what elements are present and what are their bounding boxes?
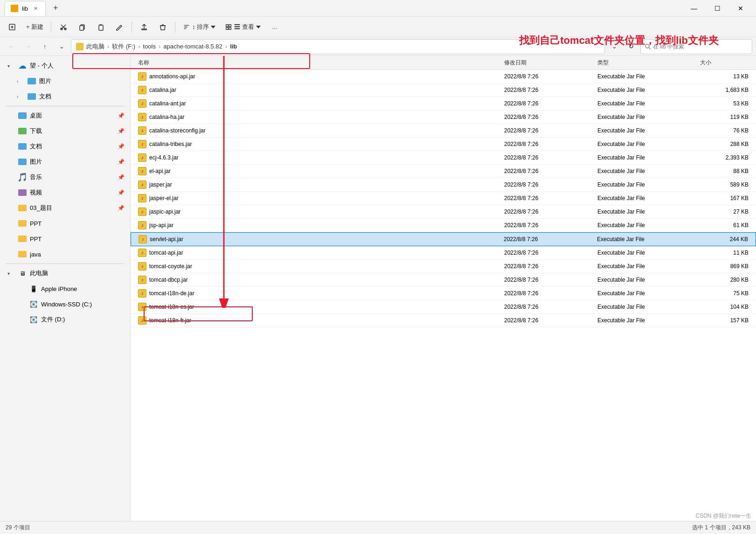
crumb-drive[interactable]: 软件 (F:)	[112, 42, 135, 51]
svg-rect-6	[80, 26, 83, 30]
new-tab-button[interactable]: +	[49, 3, 62, 13]
sidebar-item-thispc[interactable]: ▾ 🖥 此电脑	[2, 266, 128, 281]
table-row[interactable]: J catalina-ant.jar 2022/8/8 7:26 Executa…	[131, 97, 756, 111]
forward-button[interactable]: →	[21, 39, 35, 54]
table-row[interactable]: J servlet-api.jar 2022/8/8 7:26 Executab…	[131, 232, 756, 246]
refresh-button[interactable]: ↻	[624, 39, 638, 54]
back-button[interactable]: ←	[4, 39, 19, 54]
drive-c-icon: 💽	[29, 299, 38, 309]
jar-icon: J	[138, 276, 146, 284]
table-row[interactable]: J annotations-api.jar 2022/8/8 7:26 Exec…	[131, 70, 756, 83]
sidebar-item-drive-d[interactable]: 💽 文件 (D:)	[2, 312, 128, 327]
copy-button[interactable]	[74, 19, 90, 35]
header-date[interactable]: 修改日期	[500, 56, 594, 69]
tab-lib[interactable]: lib ✕	[5, 1, 46, 16]
pin-icon: 📌	[118, 189, 125, 196]
sidebar-item-docs-2[interactable]: 文档 📌	[2, 139, 128, 154]
file-date: 2022/8/8 7:26	[500, 220, 594, 231]
sidebar-item-03[interactable]: 03_题目 📌	[2, 201, 128, 215]
jar-icon: J	[138, 316, 146, 325]
sidebar-item-cloud[interactable]: ▾ ☁ 望 - 个人	[2, 58, 128, 73]
more-button[interactable]: ...	[266, 19, 283, 35]
sidebar-item-java[interactable]: java	[2, 247, 128, 262]
file-name: J tomcat-coyote.jar	[134, 260, 500, 273]
new-label[interactable]: + 新建	[22, 19, 47, 35]
maximize-button[interactable]: ☐	[707, 2, 728, 15]
sidebar-item-desktop[interactable]: 桌面 📌	[2, 108, 128, 123]
crumb-tools[interactable]: tools	[143, 43, 156, 50]
table-row[interactable]: J jasper-el.jar 2022/8/8 7:26 Executable…	[131, 192, 756, 205]
crumb-lib[interactable]: lib	[230, 43, 237, 50]
folder-desktop-icon	[18, 111, 27, 120]
table-row[interactable]: J tomcat-dbcp.jar 2022/8/8 7:26 Executab…	[131, 273, 756, 287]
svg-line-13	[649, 48, 651, 49]
file-size: 280 KB	[696, 274, 752, 285]
cut-button[interactable]	[55, 19, 72, 35]
folder-docs-icon	[27, 92, 36, 101]
sidebar-ssd-label: Windows-SSD (C:)	[41, 301, 125, 308]
table-row[interactable]: J catalina.jar 2022/8/8 7:26 Executable …	[131, 83, 756, 97]
crumb-pc[interactable]: 此电脑	[86, 42, 104, 51]
view-button[interactable]: ☰ 查看	[221, 19, 264, 35]
file-type: Executable Jar File	[594, 315, 696, 326]
sidebar-item-pictures-1[interactable]: › 图片	[2, 74, 128, 89]
up-button[interactable]: ↑	[37, 39, 52, 54]
minimize-button[interactable]: —	[683, 2, 705, 15]
table-row[interactable]: J catalina-storeconfig.jar 2022/8/8 7:26…	[131, 124, 756, 138]
header-type[interactable]: 类型	[594, 56, 696, 69]
recent-button[interactable]: ⌄	[54, 39, 69, 54]
title-bar: lib ✕ + — ☐ ✕	[0, 0, 756, 17]
rename-button[interactable]	[111, 19, 128, 35]
file-name: J servlet-api.jar	[135, 233, 500, 246]
search-input[interactable]	[653, 43, 748, 50]
table-row[interactable]: J jasper.jar 2022/8/8 7:26 Executable Ja…	[131, 178, 756, 192]
paste-button[interactable]	[92, 19, 109, 35]
selected-info: 选中 1 个项目，243 KB	[692, 524, 750, 532]
table-row[interactable]: J el-api.jar 2022/8/8 7:26 Executable Ja…	[131, 165, 756, 178]
tab-close-button[interactable]: ✕	[32, 5, 40, 13]
search-icon	[645, 43, 651, 50]
header-name[interactable]: 名称	[134, 56, 500, 69]
table-row[interactable]: J catalina-tribes.jar 2022/8/8 7:26 Exec…	[131, 138, 756, 151]
sidebar-item-iphone[interactable]: 📱 Apple iPhone	[2, 281, 128, 296]
sidebar-item-docs-1[interactable]: › 文档	[2, 89, 128, 104]
file-type: Executable Jar File	[594, 139, 696, 150]
table-row[interactable]: J tomcat-i18n-es.jar 2022/8/8 7:26 Execu…	[131, 300, 756, 314]
table-row[interactable]: J jsp-api.jar 2022/8/8 7:26 Executable J…	[131, 219, 756, 232]
expand-icon: ▾	[7, 63, 15, 69]
new-button[interactable]	[4, 19, 21, 35]
table-row[interactable]: J catalina-ha.jar 2022/8/8 7:26 Executab…	[131, 111, 756, 124]
sidebar-item-pics-2[interactable]: 图片 📌	[2, 154, 128, 169]
file-type: Executable Jar File	[594, 288, 696, 299]
sidebar-label: 音乐	[30, 173, 115, 181]
jar-icon: J	[138, 303, 146, 311]
table-row[interactable]: J tomcat-i18n-de.jar 2022/8/8 7:26 Execu…	[131, 287, 756, 300]
sidebar-item-music[interactable]: 🎵 音乐 📌	[2, 170, 128, 185]
address-bar[interactable]: 此电脑 › 软件 (F:) › tools › apache-tomcat-8.…	[71, 39, 605, 54]
table-row[interactable]: J tomcat-api.jar 2022/8/8 7:26 Executabl…	[131, 246, 756, 260]
file-size: 61 KB	[696, 220, 752, 231]
sidebar-item-windows-ssd[interactable]: 💽 Windows-SSD (C:)	[2, 297, 128, 312]
sort-button[interactable]: ↕ 排序	[179, 19, 219, 35]
sidebar-label: 下载	[30, 127, 115, 135]
file-size: 104 KB	[696, 301, 752, 312]
share-button[interactable]	[136, 19, 153, 35]
crumb-tomcat[interactable]: apache-tomcat-8.5.82	[163, 43, 222, 50]
file-size: 13 KB	[696, 71, 752, 82]
sep2	[132, 21, 132, 33]
dropdown-button[interactable]: ⌄	[607, 39, 622, 54]
table-row[interactable]: J jaspic-api.jar 2022/8/8 7:26 Executabl…	[131, 205, 756, 219]
table-row[interactable]: J ecj-4.6.3.jar 2022/8/8 7:26 Executable…	[131, 151, 756, 165]
sidebar-item-ppt1[interactable]: PPT	[2, 216, 128, 231]
table-row[interactable]: J tomcat-coyote.jar 2022/8/8 7:26 Execut…	[131, 260, 756, 273]
sidebar-item-ppt2[interactable]: PPT	[2, 231, 128, 246]
close-button[interactable]: ✕	[730, 2, 751, 15]
address-breadcrumb: 此电脑 › 软件 (F:) › tools › apache-tomcat-8.…	[86, 42, 237, 51]
table-row[interactable]: J tomcat-i18n-fr.jar 2022/8/8 7:26 Execu…	[131, 314, 756, 327]
delete-button[interactable]	[154, 19, 171, 35]
file-size: 27 KB	[696, 206, 752, 217]
sidebar-item-video[interactable]: 视频 📌	[2, 185, 128, 200]
sidebar-item-downloads[interactable]: 下载 📌	[2, 124, 128, 139]
search-box[interactable]	[640, 39, 752, 54]
header-size[interactable]: 大小	[696, 56, 752, 69]
